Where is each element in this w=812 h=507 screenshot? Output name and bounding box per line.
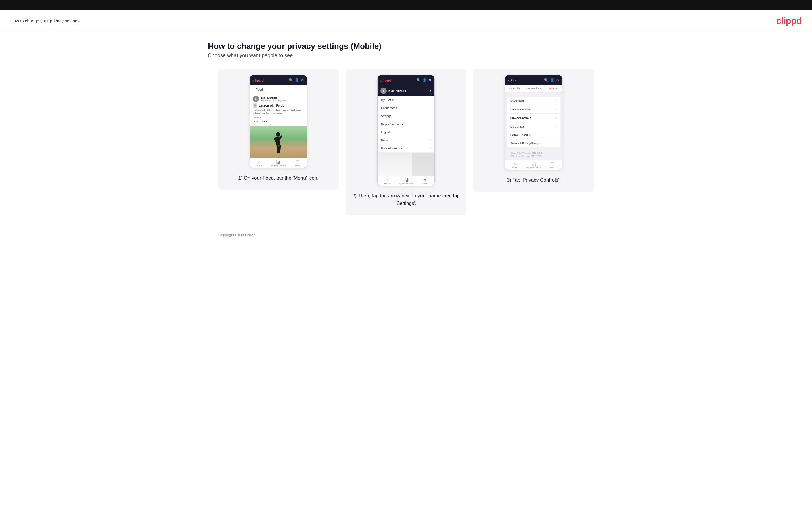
phone-3-bottom-nav: ⌂ Home 📊 My Performance ☰ Menu <box>505 160 562 170</box>
feed-tab-label: Feed <box>253 87 266 93</box>
step-1-caption: 1) On your Feed, tap the 'Menu' icon. <box>238 174 318 182</box>
menu-item-settings: Settings <box>377 112 435 120</box>
privacy-controls-chevron: › <box>556 116 557 119</box>
menu-item-logout: Logout <box>377 128 435 136</box>
home-icon-3: ⌂ <box>513 162 516 166</box>
menu-nav-home: Home ∨ <box>377 136 435 145</box>
performance-expand-icon: ∨ <box>429 147 431 150</box>
copyright-text: Copyright Clippd 2022 <box>218 233 255 237</box>
performance-icon-2: 📊 <box>404 177 409 182</box>
step-2-card: clippd 🔍 👤 ⚙ B Blair McHarg ∧ <box>346 69 466 215</box>
profile-icon-2: 👤 <box>422 78 427 82</box>
feed-user-row: B Blair McHarg Yesterday · Sunningdale <box>253 96 304 102</box>
settings-icon-3: ⚙ <box>556 78 559 82</box>
settings-icon-2: ⚙ <box>428 78 432 82</box>
settings-icon: ⚙ <box>301 78 304 82</box>
home-icon-2: ⌂ <box>386 177 388 182</box>
external-link-icon-help: ↗ <box>529 134 531 136</box>
external-link-icon-privacy: ↗ <box>539 142 541 145</box>
page-heading: How to change your privacy settings (Mob… <box>208 42 604 51</box>
menu-nav-performance: My Performance ∨ <box>377 145 435 153</box>
page-subheading: Choose what you want people to see <box>208 53 604 59</box>
data-integrations-label: Data Integrations <box>510 108 530 111</box>
menu-item-help-support: Help & Support ↗ <box>377 120 435 128</box>
tab-settings: Settings <box>543 85 562 92</box>
phone-1-icons: 🔍 👤 ⚙ <box>289 78 304 82</box>
menu-item-my-profile: My Profile <box>377 96 435 104</box>
performance-label: My Performance <box>271 165 286 167</box>
step-2-phone: clippd 🔍 👤 ⚙ B Blair McHarg ∧ <box>377 75 435 186</box>
overlay-panel <box>412 153 435 175</box>
menu-label: Menu <box>295 165 300 167</box>
settings-item-my-golf-bag: My Golf Bag › <box>507 122 560 131</box>
feed-avatar: B <box>253 96 259 102</box>
step-2-caption: 2) Then, tap the arrow next to your name… <box>351 192 461 207</box>
menu-user-row: B Blair McHarg ∧ <box>377 85 435 96</box>
help-support-link: Help & Support ↗ <box>510 133 531 136</box>
performance-label-2: My Performance <box>399 182 413 184</box>
menu-username: Blair McHarg <box>389 89 406 93</box>
my-golf-bag-label: My Golf Bag <box>510 125 525 128</box>
feed-username: Blair McHarg <box>261 96 286 99</box>
phone-2-nav-home: ⌂ Home <box>377 177 397 184</box>
feed-golf-image <box>250 126 307 158</box>
svg-point-1 <box>276 132 281 137</box>
profile-icon: 👤 <box>295 78 299 82</box>
feed-lesson-desc: Looking to feel like my hands are exitin… <box>253 109 304 115</box>
home-icon: ⌂ <box>258 160 260 164</box>
header: How to change your privacy settings clip… <box>0 10 812 30</box>
svg-point-0 <box>254 104 256 107</box>
data-integrations-chevron: › <box>556 108 557 111</box>
step-1-card: clippd 🔍 👤 ⚙ Feed B Blair <box>218 69 339 189</box>
feed-lesson-header: Lesson with Fordy <box>253 103 304 108</box>
my-golf-bag-chevron: › <box>556 125 557 128</box>
phone-3-icons: 🔍 👤 ⚙ <box>544 78 559 82</box>
golfer-silhouette <box>270 131 287 155</box>
logo: clippd <box>776 15 802 26</box>
settings-item-privacy-controls: Privacy Controls › <box>507 114 560 122</box>
my-account-chevron: › <box>556 99 557 102</box>
back-button: ‹ Back <box>508 79 516 82</box>
step-3-phone: ‹ Back 🔍 👤 ⚙ My Profile Connections Sett… <box>505 75 562 170</box>
feed-duration: Duration <box>253 116 304 119</box>
settings-item-help-support: Help & Support ↗ <box>507 131 560 139</box>
phone-3-topbar: ‹ Back 🔍 👤 ⚙ <box>505 75 562 85</box>
privacy-controls-label: Privacy Controls <box>510 117 531 119</box>
my-account-label: My Account <box>510 99 524 102</box>
settings-tabs: My Profile Connections Settings <box>505 85 562 93</box>
phone-2-nav-menu: ✕ Menu <box>415 177 435 184</box>
settings-item-data-integrations: Data Integrations › <box>507 105 560 114</box>
settings-item-my-account: My Account › <box>507 97 560 105</box>
search-icon-3: 🔍 <box>544 78 548 82</box>
menu-content-area <box>377 153 435 175</box>
feed-post: B Blair McHarg Yesterday · Sunningdale L… <box>250 93 307 126</box>
phone-nav-home: ⌂ Home <box>250 160 269 167</box>
step-3-card: ‹ Back 🔍 👤 ⚙ My Profile Connections Sett… <box>473 69 594 191</box>
menu-icon-3: ☰ <box>551 162 555 166</box>
performance-icon-3: 📊 <box>531 162 536 166</box>
step-3-caption: 3) Tap 'Privacy Controls'. <box>507 176 561 184</box>
feed-tab-container: Feed <box>250 85 307 93</box>
steps-container: clippd 🔍 👤 ⚙ Feed B Blair <box>208 69 604 215</box>
phone-1-bottom-nav: ⌂ Home 📊 My Performance ☰ Menu <box>250 158 307 168</box>
home-label-3: Home <box>512 167 517 169</box>
menu-label-2: Menu <box>422 182 427 184</box>
profile-icon-3: 👤 <box>550 78 554 82</box>
menu-chevron-up: ∧ <box>429 89 432 93</box>
feed-lesson-icon <box>253 103 257 108</box>
top-bar <box>0 0 812 10</box>
menu-avatar: B <box>380 88 387 94</box>
settings-item-service-privacy: Service & Privacy Policy ↗ <box>507 139 560 147</box>
step-1-phone: clippd 🔍 👤 ⚙ Feed B Blair <box>250 75 307 168</box>
home-expand-icon: ∨ <box>429 139 431 142</box>
menu-label-3: Menu <box>550 167 555 169</box>
phone-3-nav-home: ⌂ Home <box>505 162 524 169</box>
phone-2-icons: 🔍 👤 ⚙ <box>416 78 432 82</box>
step-2-phone-wrapper: clippd 🔍 👤 ⚙ B Blair McHarg ∧ <box>377 75 435 186</box>
footer: Copyright Clippd 2022 <box>208 226 604 243</box>
performance-label-3: My Performance <box>526 167 541 169</box>
phone-2-topbar: clippd 🔍 👤 ⚙ <box>377 75 435 85</box>
menu-item-connections: Connections <box>377 104 435 112</box>
phone-3-nav-performance: 📊 My Performance <box>524 162 543 169</box>
tab-connections: Connections <box>524 85 543 92</box>
